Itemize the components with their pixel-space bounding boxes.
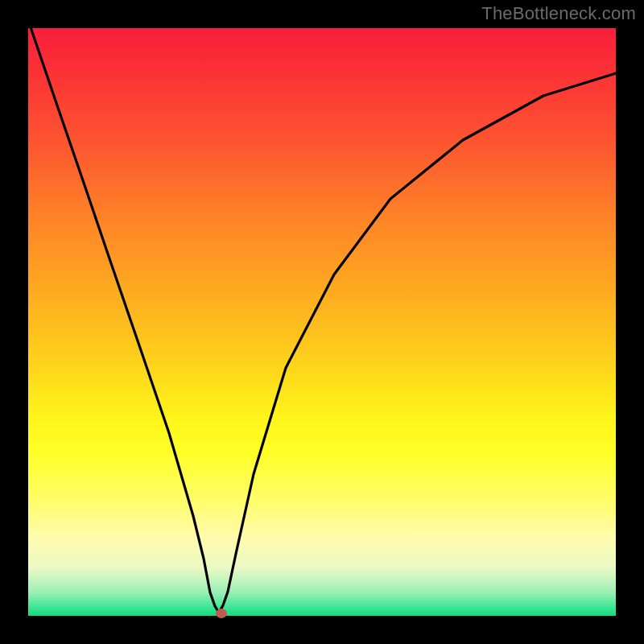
watermark-text: TheBottleneck.com	[481, 3, 636, 24]
plot-area	[28, 28, 616, 616]
optimal-point-marker	[216, 609, 227, 618]
bottleneck-curve-path	[28, 20, 616, 613]
curve-svg	[28, 28, 616, 616]
chart-frame: TheBottleneck.com	[0, 0, 644, 644]
